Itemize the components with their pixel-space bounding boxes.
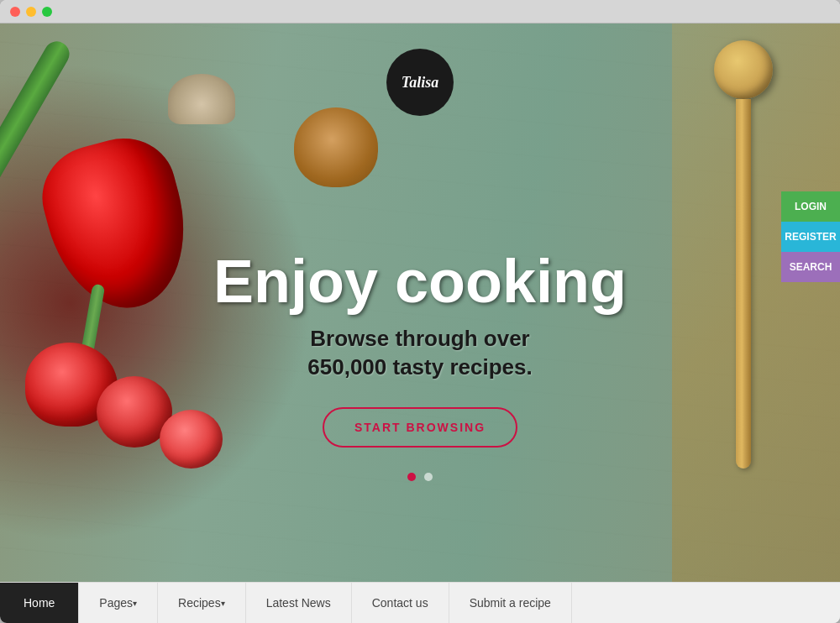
hero-text-block: Enjoy cooking Browse through over650,000…	[168, 251, 672, 448]
nav-item-home[interactable]: Home	[0, 583, 79, 623]
spoon-decoration	[714, 40, 773, 460]
close-button[interactable]	[10, 7, 20, 17]
minimize-button[interactable]	[26, 7, 36, 17]
hero-section: Talisa Login Register Search Enjoy cooki…	[0, 24, 840, 582]
nav-item-recipes[interactable]: Recipes	[158, 583, 246, 623]
nav-item-pages[interactable]: Pages	[79, 583, 158, 623]
start-browsing-button[interactable]: START BROWSING	[323, 407, 517, 448]
maximize-button[interactable]	[42, 7, 52, 17]
bottom-navigation: Home Pages Recipes Latest News Contact u…	[0, 582, 840, 623]
hero-title: Enjoy cooking	[168, 251, 672, 312]
browser-window: Talisa Login Register Search Enjoy cooki…	[0, 0, 840, 623]
spoon-handle	[736, 99, 751, 469]
slider-dot-2[interactable]	[424, 473, 433, 481]
site-logo: Talisa	[386, 49, 454, 116]
register-button[interactable]: Register	[781, 222, 840, 252]
mushroom-decoration	[168, 74, 235, 124]
login-button[interactable]: Login	[781, 191, 840, 222]
hero-subtitle: Browse through over650,000 tasty recipes…	[168, 325, 672, 382]
logo-text: Talisa	[402, 74, 438, 92]
search-button[interactable]: Search	[781, 252, 840, 282]
onion-decoration	[294, 107, 378, 187]
browser-content: Talisa Login Register Search Enjoy cooki…	[0, 24, 840, 623]
spoon-head	[714, 40, 773, 99]
sidebar-actions: Login Register Search	[781, 191, 840, 282]
browser-titlebar	[0, 0, 840, 24]
nav-item-contact[interactable]: Contact us	[352, 583, 449, 623]
slider-dots	[407, 473, 433, 481]
slider-dot-1[interactable]	[407, 473, 416, 481]
nav-item-latest-news[interactable]: Latest News	[246, 583, 352, 623]
nav-item-submit-recipe[interactable]: Submit a recipe	[449, 583, 572, 623]
